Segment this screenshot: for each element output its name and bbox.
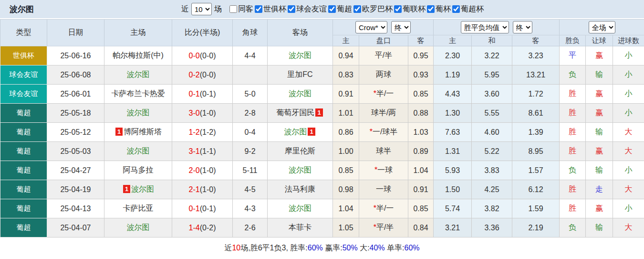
checkbox-label: 球会友谊 (296, 4, 327, 14)
avg-source-select[interactable]: 胜平负均值 (461, 21, 509, 33)
handicap-cell: 一球 (359, 180, 408, 199)
score-cell: 0-0(0-0) (172, 46, 233, 65)
corners-cell: 4-4 (233, 46, 268, 65)
team-name: 波尔图 (127, 70, 150, 78)
handicap-cell: *半/一 (359, 85, 408, 104)
checkbox-input[interactable] (288, 5, 295, 13)
col-type: 类型 (0, 20, 47, 46)
checkbox-label: 同客 (238, 4, 253, 14)
date-cell: 25-06-08 (47, 65, 104, 85)
avg-away-cell: 3.23 (512, 46, 560, 65)
checkbox-label: 欧罗巴杯 (362, 4, 393, 14)
filter-bar: 波尔图 近 10 场 同客 世俱杯 球会友谊 葡超 欧罗巴杯 (0, 0, 644, 19)
team-name: 里加FC (287, 70, 312, 78)
odds-home-cell: 0.85 (333, 161, 359, 180)
avg-home-cell: 1.31 (434, 142, 472, 161)
sub-col-胜负: 胜负 (560, 35, 586, 46)
checkbox-input[interactable] (255, 5, 262, 13)
checkbox-input[interactable] (394, 5, 402, 13)
avg-home-cell: 3.21 (434, 218, 472, 237)
checkbox-input[interactable] (328, 5, 336, 13)
filter-checkbox[interactable]: 葡联杯 (394, 4, 426, 14)
score-cell: 0-1(0-1) (172, 199, 233, 218)
filter-checkbox[interactable]: 欧罗巴杯 (353, 4, 393, 14)
avg-away-cell: 6.12 (512, 180, 560, 199)
home-team-cell: 波尔图 (104, 142, 172, 161)
odds-away-cell: 0.84 (408, 218, 434, 237)
handicap-result-cell: 输 (586, 161, 613, 180)
result-cell: 胜 (560, 123, 586, 142)
away-team-cell: 波尔图 (268, 85, 333, 104)
corners-cell: 4-3 (233, 199, 268, 218)
handicap-result-cell: 赢 (586, 46, 613, 65)
table-row: 球会友谊 25-06-08 波尔图 0-2(0-0) 里加FC 0.83 两球 … (0, 65, 644, 85)
team-name: 波尔图 (131, 185, 154, 193)
recent-count-select[interactable]: 10 (191, 3, 212, 15)
team-name: 帕尔梅拉斯(中) (113, 51, 164, 59)
sub-col-和: 和 (472, 35, 512, 46)
odds-home-cell: 0.94 (333, 46, 359, 65)
date-cell: 25-06-01 (47, 85, 104, 104)
table-row: 葡超 25-05-18 波尔图 3-0(1-0) 2-8 葡萄牙国民1 1.01… (0, 104, 644, 123)
team-name: 葡萄牙国民 (276, 108, 314, 117)
home-team-cell: 阿马多拉 (104, 161, 172, 180)
filter-checkbox[interactable]: 世俱杯 (254, 4, 286, 14)
home-team-cell: 卡萨布兰卡热爱 (104, 85, 172, 104)
avg-draw-cell: 3.60 (472, 85, 512, 104)
goals-cell: 小 (613, 85, 644, 104)
match-type-cell: 葡超 (0, 104, 47, 123)
odds-source-select[interactable]: Crow* (355, 21, 387, 33)
date-cell: 25-04-19 (47, 180, 104, 199)
checkbox-input[interactable] (353, 5, 361, 13)
checkbox-input[interactable] (427, 5, 435, 13)
avg-draw-cell: 5.55 (472, 104, 512, 123)
team-name: 波尔图 (289, 204, 312, 212)
table-row: 葡超 25-04-27 阿马多拉 2-0(1-0) 5-11 波尔图 0.85 … (0, 161, 644, 180)
handicap-result-cell: 赢 (586, 104, 613, 123)
corners-cell: 2-6 (233, 218, 268, 237)
team-name: 博阿维斯塔 (124, 128, 162, 136)
corners-cell (233, 65, 268, 85)
filter-checkbox[interactable]: 葡杯 (426, 4, 451, 14)
avg-draw-cell: 4.25 (472, 180, 512, 199)
team-name: 阿马多拉 (123, 166, 154, 174)
corners-cell: 5-0 (233, 85, 268, 104)
odds-away-cell: 1.03 (408, 123, 434, 142)
match-history-panel: 波尔图 近 10 场 同客 世俱杯 球会友谊 葡超 欧罗巴杯 (0, 0, 644, 259)
date-cell: 25-05-12 (47, 123, 104, 142)
away-team-cell: 摩里伦斯 (268, 142, 333, 161)
corners-cell: 5-11 (233, 161, 268, 180)
score-cell: 1-2(1-2) (172, 123, 233, 142)
away-team-cell: 波尔图1 (268, 123, 333, 142)
team-name: 波尔图 (289, 51, 312, 59)
date-cell: 25-05-18 (47, 104, 104, 123)
team-name: 波尔图 (289, 89, 312, 97)
filter-checkbox[interactable]: 球会友谊 (287, 4, 327, 14)
avg-home-cell: 2.30 (434, 46, 472, 65)
avg-draw-cell: 3.82 (472, 199, 512, 218)
odds-away-cell: 1.04 (408, 161, 434, 180)
filter-checkbox[interactable]: 同客 (229, 4, 253, 14)
odds-home-cell: 1.01 (333, 104, 359, 123)
sub-col-主: 主 (333, 35, 359, 46)
col-score: 比分(半场) (172, 20, 233, 46)
avg-time-select[interactable]: 终 (513, 21, 532, 33)
score-cell: 2-1(1-0) (172, 180, 233, 199)
home-team-cell: 卡萨比亚 (104, 199, 172, 218)
team-name: 摩里伦斯 (285, 147, 315, 155)
score-cell: 0-2(0-0) (172, 65, 233, 85)
filter-checkbox[interactable]: 葡超 (328, 4, 352, 14)
odds-time-select[interactable]: 终 (391, 21, 411, 33)
avg-home-cell: 5.93 (434, 161, 472, 180)
scope-select[interactable]: 全场 (589, 21, 615, 33)
checkbox-input[interactable] (229, 5, 237, 13)
col-date: 日期 (47, 20, 104, 46)
score-cell: 1-4(0-2) (172, 218, 233, 237)
avg-home-cell: 1.50 (434, 180, 472, 199)
checkbox-input[interactable] (452, 5, 460, 13)
home-team-cell: 1博阿维斯塔 (104, 123, 172, 142)
corners-cell: 9-2 (233, 142, 268, 161)
table-row: 葡超 25-05-12 1博阿维斯塔 1-2(1-2) 0-4 波尔图1 0.8… (0, 123, 644, 142)
filter-checkbox[interactable]: 葡超杯 (452, 4, 484, 14)
score-cell: 2-0(1-0) (172, 161, 233, 180)
